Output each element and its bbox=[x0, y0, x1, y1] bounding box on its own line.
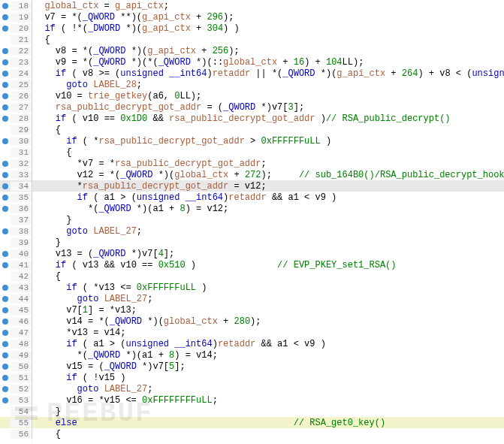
code-text[interactable]: { bbox=[32, 35, 50, 45]
code-line[interactable]: 20 if ( !*(_DWORD *)(g_api_ctx + 304) ) bbox=[0, 23, 504, 34]
code-text[interactable]: } bbox=[32, 406, 61, 417]
code-line[interactable]: 19 v7 = *(_QWORD **)(g_api_ctx + 296); bbox=[0, 11, 504, 23]
code-text[interactable]: } bbox=[32, 237, 61, 248]
breakpoint-gutter[interactable] bbox=[0, 169, 11, 180]
breakpoint-gutter[interactable] bbox=[0, 79, 11, 90]
code-line[interactable]: 23 v9 = *(_QWORD *)(*(_QWORD *)(::global… bbox=[0, 56, 504, 68]
breakpoint-gutter[interactable] bbox=[0, 0, 11, 11]
code-line[interactable]: 34 *rsa_public_decrypt_got_addr = v12; bbox=[0, 180, 504, 192]
code-line[interactable]: 31 { bbox=[0, 146, 504, 158]
breakpoint-gutter[interactable] bbox=[0, 361, 11, 372]
code-line[interactable]: 48 if ( a1 > (unsigned __int64)retaddr &… bbox=[0, 338, 504, 349]
code-text[interactable]: { bbox=[32, 429, 61, 439]
breakpoint-gutter[interactable] bbox=[0, 23, 11, 34]
code-text[interactable]: v7[1] = *v13; bbox=[32, 305, 137, 316]
code-line[interactable]: 27 rsa_public_decrypt_got_addr = (_QWORD… bbox=[0, 101, 504, 113]
code-line[interactable]: 52 goto LABEL_27; bbox=[0, 383, 504, 394]
breakpoint-gutter[interactable] bbox=[0, 135, 11, 146]
code-line[interactable]: 55 else // RSA_get0_key() bbox=[0, 417, 504, 428]
breakpoint-gutter[interactable] bbox=[0, 56, 11, 68]
breakpoint-gutter[interactable] bbox=[0, 113, 11, 124]
breakpoint-gutter[interactable] bbox=[0, 372, 11, 383]
breakpoint-gutter[interactable] bbox=[0, 304, 11, 316]
code-line[interactable]: 36 *(_QWORD *)(a1 + 8) = v12; bbox=[0, 203, 504, 214]
breakpoint-gutter[interactable] bbox=[0, 203, 11, 214]
breakpoint-gutter[interactable] bbox=[0, 349, 11, 361]
code-text[interactable]: if ( a1 > (unsigned __int64)retaddr && a… bbox=[32, 339, 326, 349]
code-line[interactable]: 22 v8 = *(_QWORD *)(g_api_ctx + 256); bbox=[0, 45, 504, 56]
breakpoint-gutter[interactable] bbox=[0, 327, 11, 338]
code-text[interactable]: else // RSA_get0_key() bbox=[32, 418, 385, 428]
code-line[interactable]: 51 if ( !v15 ) bbox=[0, 372, 504, 383]
breakpoint-gutter[interactable] bbox=[0, 225, 11, 237]
breakpoint-gutter[interactable] bbox=[0, 406, 11, 417]
code-text[interactable]: goto LABEL_28; bbox=[32, 80, 142, 90]
code-text[interactable]: { bbox=[32, 125, 61, 135]
code-line[interactable]: 35 if ( a1 > (unsigned __int64)retaddr &… bbox=[0, 192, 504, 203]
breakpoint-gutter[interactable] bbox=[0, 270, 11, 282]
code-line[interactable]: 30 if ( *rsa_public_decrypt_got_addr > 0… bbox=[0, 135, 504, 146]
breakpoint-gutter[interactable] bbox=[0, 248, 11, 259]
code-line[interactable]: 45 v7[1] = *v13; bbox=[0, 304, 504, 316]
code-text[interactable]: v13 = (_QWORD *)v7[4]; bbox=[32, 249, 174, 259]
code-line[interactable]: 33 v12 = *(_QWORD *)(global_ctx + 272); … bbox=[0, 169, 504, 180]
code-text[interactable]: if ( a1 > (unsigned __int64)retaddr && a… bbox=[32, 192, 337, 203]
breakpoint-gutter[interactable] bbox=[0, 282, 11, 293]
breakpoint-gutter[interactable] bbox=[0, 146, 11, 158]
code-text[interactable]: goto LABEL_27; bbox=[32, 294, 152, 304]
code-text[interactable]: v10 = trie_getkey(a6, 0LL); bbox=[32, 91, 201, 101]
code-text[interactable]: v16 = *v15 <= 0xFFFFFFFFuLL; bbox=[32, 395, 218, 406]
breakpoint-gutter[interactable] bbox=[0, 417, 11, 428]
code-line[interactable]: 47 *v13 = v14; bbox=[0, 327, 504, 338]
breakpoint-gutter[interactable] bbox=[0, 11, 11, 23]
code-text[interactable]: v12 = *(_QWORD *)(global_ctx + 272); // … bbox=[32, 170, 504, 180]
code-text[interactable]: *rsa_public_decrypt_got_addr = v12; bbox=[32, 181, 267, 192]
breakpoint-gutter[interactable] bbox=[0, 34, 11, 45]
breakpoint-gutter[interactable] bbox=[0, 428, 11, 439]
code-text[interactable]: if ( !v15 ) bbox=[32, 373, 125, 383]
code-line[interactable]: 49 *(_QWORD *)(a1 + 8) = v14; bbox=[0, 349, 504, 361]
breakpoint-gutter[interactable] bbox=[0, 101, 11, 113]
code-line[interactable]: 40 v13 = (_QWORD *)v7[4]; bbox=[0, 248, 504, 259]
code-text[interactable]: *v13 = v14; bbox=[32, 328, 125, 338]
code-line[interactable]: 43 if ( *v13 <= 0xFFFFFFuLL ) bbox=[0, 282, 504, 293]
code-line[interactable]: 56 { bbox=[0, 428, 504, 439]
code-line[interactable]: 32 *v7 = *rsa_public_decrypt_got_addr; bbox=[0, 158, 504, 169]
code-text[interactable]: if ( !*(_DWORD *)(g_api_ctx + 304) ) bbox=[32, 23, 240, 34]
code-line[interactable]: 28 if ( v10 == 0x1D0 && rsa_public_decry… bbox=[0, 113, 504, 124]
code-line[interactable]: 29 { bbox=[0, 124, 504, 135]
breakpoint-gutter[interactable] bbox=[0, 158, 11, 169]
code-line[interactable]: 53 v16 = *v15 <= 0xFFFFFFFFuLL; bbox=[0, 394, 504, 406]
breakpoint-gutter[interactable] bbox=[0, 338, 11, 349]
breakpoint-gutter[interactable] bbox=[0, 68, 11, 79]
breakpoint-gutter[interactable] bbox=[0, 90, 11, 101]
code-line[interactable]: 21 { bbox=[0, 34, 504, 45]
code-text[interactable]: *(_QWORD *)(a1 + 8) = v14; bbox=[32, 350, 218, 361]
code-line[interactable]: 37 } bbox=[0, 214, 504, 225]
code-line[interactable]: 25 goto LABEL_28; bbox=[0, 79, 504, 90]
code-text[interactable]: v9 = *(_QWORD *)(*(_QWORD *)(::global_ct… bbox=[32, 57, 364, 68]
code-line[interactable]: 54 } bbox=[0, 406, 504, 417]
breakpoint-gutter[interactable] bbox=[0, 293, 11, 304]
code-text[interactable]: global_ctx = g_api_ctx; bbox=[32, 1, 169, 11]
code-text[interactable]: { bbox=[32, 271, 61, 282]
decompiler-code-view[interactable]: 18 global_ctx = g_api_ctx;19 v7 = *(_QWO… bbox=[0, 0, 504, 439]
breakpoint-gutter[interactable] bbox=[0, 124, 11, 135]
breakpoint-gutter[interactable] bbox=[0, 237, 11, 248]
breakpoint-gutter[interactable] bbox=[0, 45, 11, 56]
breakpoint-gutter[interactable] bbox=[0, 394, 11, 406]
breakpoint-gutter[interactable] bbox=[0, 214, 11, 225]
code-text[interactable]: if ( v10 == 0x1D0 && rsa_public_decrypt_… bbox=[32, 113, 451, 124]
code-line[interactable]: 44 goto LABEL_27; bbox=[0, 293, 504, 304]
breakpoint-gutter[interactable] bbox=[0, 192, 11, 203]
code-line[interactable]: 46 v14 = *(_QWORD *)(global_ctx + 280); bbox=[0, 316, 504, 327]
breakpoint-gutter[interactable] bbox=[0, 180, 11, 192]
code-line[interactable]: 24 if ( v8 >= (unsigned __int64)retaddr … bbox=[0, 68, 504, 79]
code-line[interactable]: 39 } bbox=[0, 237, 504, 248]
breakpoint-gutter[interactable] bbox=[0, 316, 11, 327]
code-text[interactable]: if ( v13 && v10 == 0x510 ) // EVP_PKEY_s… bbox=[32, 260, 397, 270]
code-text[interactable]: v15 = (_QWORD *)v7[5]; bbox=[32, 361, 186, 372]
code-text[interactable]: { bbox=[32, 147, 71, 158]
breakpoint-gutter[interactable] bbox=[0, 259, 11, 270]
code-text[interactable]: v14 = *(_QWORD *)(global_ctx + 280); bbox=[32, 316, 261, 327]
